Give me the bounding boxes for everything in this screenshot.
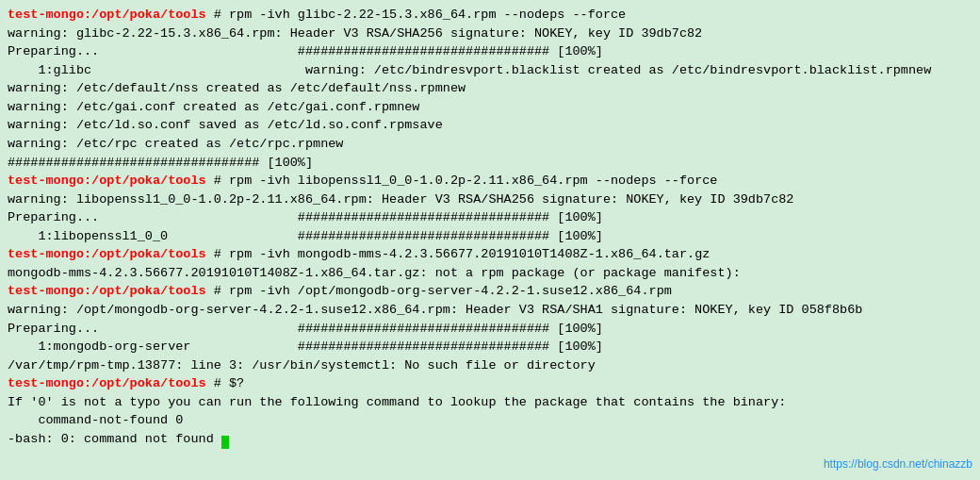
terminal-cursor [221,436,229,449]
terminal-line: warning: /etc/gai.conf created as /etc/g… [8,98,972,117]
terminal-line: warning: /opt/mongodb-org-server-4.2.2-1… [8,301,972,320]
terminal-content: test-mongo:/opt/poka/tools # rpm -ivh gl… [8,6,972,449]
terminal-line: Preparing... ###########################… [8,208,972,227]
watermark: https://blog.csdn.net/chinazzb [824,456,972,472]
terminal-prompt: test-mongo:/opt/poka/tools [8,376,206,390]
terminal-symbol: # [206,174,229,188]
terminal-prompt: test-mongo:/opt/poka/tools [8,247,206,261]
terminal-symbol: # [206,8,229,22]
terminal-line: Preparing... ###########################… [8,320,972,339]
terminal-symbol: # [206,284,229,298]
terminal-line: If '0' is not a typo you can run the fol… [8,393,972,412]
terminal-line: warning: /etc/ld.so.conf saved as /etc/l… [8,116,972,135]
terminal-line: test-mongo:/opt/poka/tools # rpm -ivh gl… [8,6,972,25]
terminal-command: rpm -ivh /opt/mongodb-org-server-4.2.2-1… [229,284,672,298]
terminal-line: test-mongo:/opt/poka/tools # $? [8,374,972,393]
terminal-symbol: # [206,376,229,390]
terminal-line: 1:mongodb-org-server ###################… [8,338,972,356]
terminal-line: /var/tmp/rpm-tmp.13877: line 3: /usr/bin… [8,356,972,375]
terminal-command: $? [229,376,244,390]
terminal-line: command-not-found 0 [8,411,972,430]
terminal-prompt: test-mongo:/opt/poka/tools [8,174,206,188]
terminal-prompt: test-mongo:/opt/poka/tools [8,284,206,298]
terminal-text: -bash: 0: command not found [8,432,221,446]
terminal-symbol: # [206,247,229,261]
terminal-command: rpm -ivh libopenssl1_0_0-1.0.2p-2.11.x86… [229,174,717,188]
terminal-command: rpm -ivh mongodb-mms-4.2.3.56677.2019101… [229,247,710,261]
terminal-line: ################################# [100%] [8,154,972,173]
terminal-line: warning: /etc/rpc created as /etc/rpc.rp… [8,135,972,154]
terminal-line: -bash: 0: command not found [8,430,972,449]
terminal-line: warning: /etc/default/nss created as /et… [8,79,972,98]
terminal-line: warning: libopenssl1_0_0-1.0.2p-2.11.x86… [8,190,972,209]
terminal-line: Preparing... ###########################… [8,42,972,61]
terminal-line: warning: glibc-2.22-15.3.x86_64.rpm: Hea… [8,25,972,43]
terminal-line: test-mongo:/opt/poka/tools # rpm -ivh mo… [8,245,972,264]
terminal-line: mongodb-mms-4.2.3.56677.20191010T1408Z-1… [8,264,972,283]
terminal-line: test-mongo:/opt/poka/tools # rpm -ivh li… [8,172,972,190]
terminal-command: rpm -ivh glibc-2.22-15.3.x86_64.rpm --no… [229,8,626,22]
terminal-prompt: test-mongo:/opt/poka/tools [8,8,206,22]
terminal-window: test-mongo:/opt/poka/tools # rpm -ivh gl… [0,0,980,480]
terminal-line: test-mongo:/opt/poka/tools # rpm -ivh /o… [8,282,972,301]
terminal-line: 1:libopenssl1_0_0 ######################… [8,227,972,246]
terminal-line: 1:glibc warning: /etc/bindresvport.black… [8,61,972,80]
